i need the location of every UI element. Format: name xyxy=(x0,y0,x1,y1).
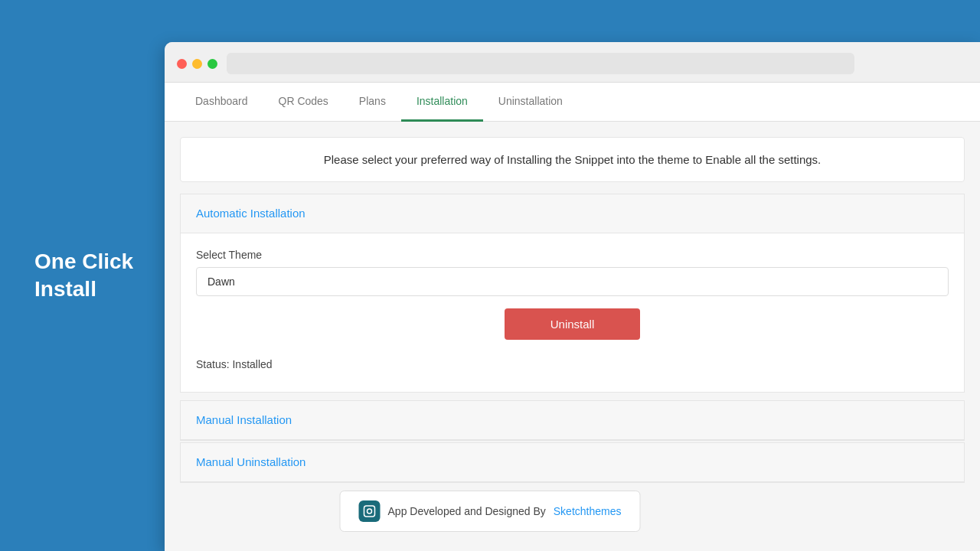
minimize-button-icon[interactable] xyxy=(192,59,202,69)
theme-input[interactable] xyxy=(196,267,949,296)
address-bar[interactable] xyxy=(227,53,854,74)
nav-tabs: Dashboard QR Codes Plans Installation Un… xyxy=(165,83,980,122)
manual-installation-header[interactable]: Manual Installation xyxy=(181,401,964,440)
tab-dashboard[interactable]: Dashboard xyxy=(180,83,263,122)
app-icon xyxy=(359,500,381,522)
tab-uninstallation[interactable]: Uninstallation xyxy=(483,83,578,122)
badge-text: App Developed and Designed By xyxy=(388,505,546,517)
browser-chrome xyxy=(165,42,980,83)
automatic-installation-panel: Automatic Installation Select Theme Unin… xyxy=(180,194,965,393)
browser-content: Dashboard QR Codes Plans Installation Un… xyxy=(165,83,980,551)
manual-installation-link[interactable]: Manual Installation xyxy=(196,413,292,426)
automatic-installation-header[interactable]: Automatic Installation xyxy=(181,194,964,233)
uninstall-button[interactable]: Uninstall xyxy=(505,308,641,340)
close-button-icon[interactable] xyxy=(177,59,187,69)
instruction-text: Please select your preferred way of Inst… xyxy=(180,137,965,182)
select-theme-group: Select Theme xyxy=(196,249,949,296)
main-content: Please select your preferred way of Inst… xyxy=(165,122,980,551)
status-text: Status: Installed xyxy=(196,352,949,377)
tab-plans[interactable]: Plans xyxy=(344,83,401,122)
brand-link[interactable]: Sketchthemes xyxy=(554,505,622,517)
manual-installation-panel: Manual Installation xyxy=(180,400,965,441)
traffic-lights xyxy=(177,59,217,69)
tab-installation[interactable]: Installation xyxy=(401,83,483,122)
tab-qr-codes[interactable]: QR Codes xyxy=(263,83,344,122)
maximize-button-icon[interactable] xyxy=(207,59,217,69)
select-theme-label: Select Theme xyxy=(196,249,949,261)
footer-badge: App Developed and Designed By Sketchthem… xyxy=(340,491,641,532)
svg-point-1 xyxy=(368,509,372,514)
manual-uninstallation-panel: Manual Uninstallation xyxy=(180,442,965,483)
svg-rect-0 xyxy=(364,506,375,517)
manual-uninstallation-header[interactable]: Manual Uninstallation xyxy=(181,443,964,482)
automatic-installation-link[interactable]: Automatic Installation xyxy=(196,207,305,220)
automatic-installation-body: Select Theme Uninstall Status: Installed xyxy=(181,233,964,392)
browser-window: Dashboard QR Codes Plans Installation Un… xyxy=(165,42,980,551)
manual-uninstallation-link[interactable]: Manual Uninstallation xyxy=(196,455,305,468)
sidebar-title: One Click Install xyxy=(34,248,133,304)
